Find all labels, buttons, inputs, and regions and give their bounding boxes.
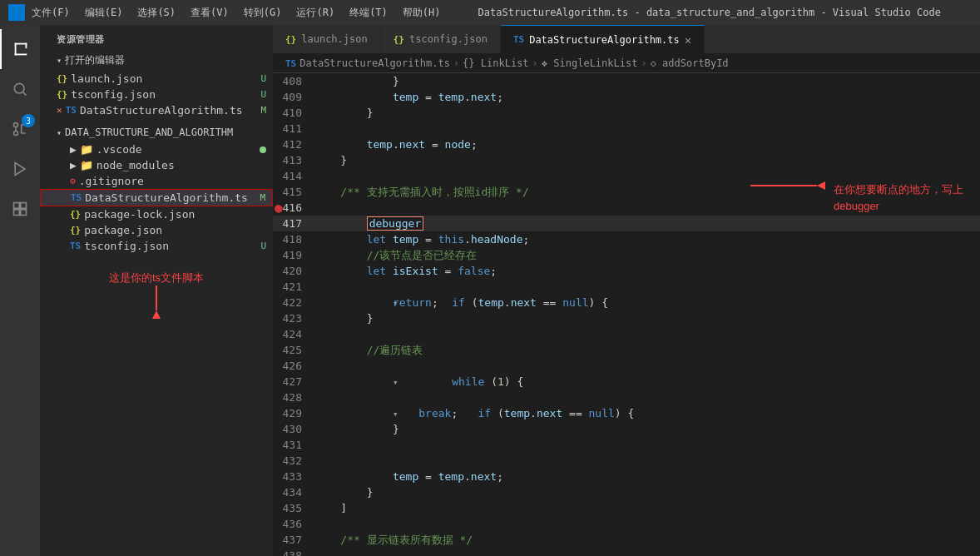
menu-run[interactable]: 运行(R) (290, 4, 341, 22)
folder-vscode[interactable]: ▶ 📁 .vscode (40, 141, 273, 157)
line-number: 419 (273, 247, 310, 263)
code-line-429: 429 break; (273, 405, 980, 421)
open-file-launch[interactable]: {} launch.json U (40, 71, 273, 87)
code-content: /** 显示链表所有数据 */ (310, 532, 980, 548)
line-number: 409 (273, 89, 310, 105)
code-line-433: 433 temp = temp.next; (273, 469, 980, 484)
json-file-icon: {} (57, 89, 67, 100)
breadcrumb-linklist: {} LinkList (463, 57, 528, 69)
svg-line-6 (23, 92, 27, 96)
project-name: DATA_STRUCTURE_AND_ALGORITHM (65, 127, 233, 138)
file-package[interactable]: {} package.json (40, 222, 273, 238)
dot-indicator (260, 146, 266, 153)
code-line-422: 422 return; (273, 295, 980, 310)
file-package-lock[interactable]: {} package-lock.json (40, 206, 273, 222)
tab-tsconfig-json[interactable]: {} tsconfig.json (381, 25, 501, 53)
tab-launch-json[interactable]: {} launch.json (273, 25, 381, 53)
line-number: 422 (273, 295, 310, 310)
code-line-413: 413 } (273, 152, 980, 168)
code-line-409: 409 temp = temp.next; (273, 89, 980, 105)
activity-source-control[interactable]: 3 (0, 109, 40, 149)
code-line-408: 408 } (273, 73, 980, 89)
ts-tab-icon: TS (513, 34, 524, 45)
line-number: 430 (273, 421, 310, 437)
bc-sep3: › (641, 57, 646, 69)
code-content: } (310, 73, 980, 89)
svg-rect-12 (21, 203, 27, 209)
code-line-430: 430 } (273, 421, 980, 437)
arrow-up-container (57, 285, 256, 310)
code-line-434: 434 } (273, 484, 980, 500)
tab-label: tsconfig.json (409, 33, 488, 45)
code-line-410: 410 } (273, 105, 980, 121)
tab-close-icon[interactable]: ✕ (685, 33, 691, 47)
menu-edit[interactable]: 编辑(E) (78, 4, 130, 22)
line-number: 414 (273, 168, 310, 184)
annotation-ts-text: 这是你的ts文件脚本 (57, 271, 256, 285)
open-file-name: DataStructureAlgorithm.ts (80, 104, 243, 117)
menu-file[interactable]: 文件(F) (25, 4, 77, 22)
code-content: temp = temp.next; (310, 89, 980, 105)
file-name: tsconfig.json (84, 240, 169, 252)
line-number: 425 (273, 342, 310, 358)
code-content: break; (310, 405, 980, 421)
json-tab-icon: {} (393, 34, 404, 45)
bc-sep1: › (453, 57, 459, 69)
code-line-418: 418 let temp = this.headNode; (273, 231, 980, 247)
folder-name: node_modules (97, 159, 175, 171)
svg-marker-10 (15, 163, 25, 176)
code-scroll-area[interactable]: 408 } 409 temp = temp.next; 410 } (273, 73, 980, 556)
code-content: /** 支持无需插入时，按照id排序 */ (310, 184, 980, 200)
menu-view[interactable]: 查看(V) (184, 4, 235, 22)
code-content: debugger (310, 216, 980, 231)
code-line-416: ● 416 ▾ addSortById(node: HeroNode) { (273, 200, 980, 216)
bc-sep2: › (532, 57, 538, 69)
tab-datastructure-ts[interactable]: TS DataStructureAlgorithm.ts ✕ (501, 25, 705, 53)
svg-point-5 (14, 83, 24, 93)
line-number: 437 (273, 532, 310, 548)
file-tsconfig[interactable]: TS tsconfig.json U (40, 238, 273, 254)
line-number: 428 (273, 390, 310, 405)
badge-u: U (260, 73, 266, 84)
code-line-411: 411 (273, 121, 980, 137)
menu-help[interactable]: 帮助(H) (396, 4, 448, 22)
line-number: ● 416 (273, 200, 310, 216)
code-line-417: 417 debugger (273, 216, 980, 231)
code-content: ▾ while (1) { (310, 358, 980, 374)
chevron-down-icon: ▾ (57, 128, 62, 137)
menu-goto[interactable]: 转到(G) (237, 4, 289, 22)
code-content: } (310, 310, 980, 326)
code-content (310, 326, 980, 342)
code-line-427: 427 (273, 374, 980, 390)
svg-rect-1 (15, 43, 17, 56)
line-number: 436 (273, 516, 310, 532)
open-editors-header[interactable]: ▾ 打开的编辑器 (40, 50, 273, 71)
open-file-datastructure[interactable]: ✕ TS DataStructureAlgorithm.ts M (40, 102, 273, 118)
main-layout: 3 资源管理器 ▾ 打开的编辑器 {} launch.json U {} tsc… (0, 25, 980, 556)
folder-node-modules[interactable]: ▶ 📁 node_modules (40, 157, 273, 173)
json-file-icon: {} (70, 209, 81, 220)
arrow-head-icon (152, 310, 161, 319)
code-content: let isExist = false; (310, 263, 980, 279)
breakpoint-icon: ● (275, 200, 283, 216)
file-gitignore[interactable]: ⚙ .gitignore (40, 173, 273, 189)
file-datastructure-selected[interactable]: TS DataStructureAlgorithm.ts M (40, 189, 273, 206)
activity-search[interactable] (0, 69, 40, 109)
activity-extensions[interactable] (0, 189, 40, 229)
activity-run-debug[interactable] (0, 149, 40, 189)
code-content: //该节点是否已经存在 (310, 247, 980, 263)
title-bar: 文件(F) 编辑(E) 选择(S) 查看(V) 转到(G) 运行(R) 终端(T… (0, 0, 980, 25)
code-line-431: 431 (273, 437, 980, 453)
menu-terminal[interactable]: 终端(T) (343, 4, 394, 22)
menu-select[interactable]: 选择(S) (131, 4, 182, 22)
open-file-tsconfig[interactable]: {} tsconfig.json U (40, 87, 273, 102)
code-line-428: 428 ▾ if (temp.next == null) { (273, 390, 980, 405)
project-header[interactable]: ▾ DATA_STRUCTURE_AND_ALGORITHM (40, 123, 273, 141)
code-line-423: 423 } (273, 310, 980, 326)
window-title: DataStructureAlgorithm.ts - data_structu… (448, 7, 973, 18)
activity-explorer[interactable] (0, 29, 40, 69)
chevron-right-icon: ▶ (70, 159, 77, 171)
breadcrumb-file: DataStructureAlgorithm.ts (299, 57, 450, 69)
json-file-icon: TS (70, 241, 81, 251)
svg-rect-11 (14, 203, 20, 209)
